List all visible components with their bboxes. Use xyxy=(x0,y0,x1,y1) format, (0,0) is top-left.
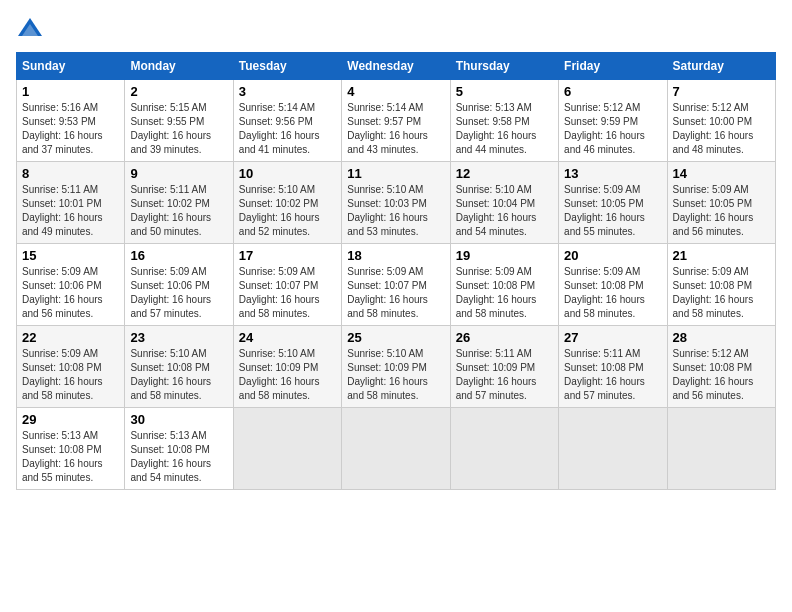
day-number: 7 xyxy=(673,84,770,99)
week-row-3: 15Sunrise: 5:09 AMSunset: 10:06 PMDaylig… xyxy=(17,244,776,326)
day-number: 12 xyxy=(456,166,553,181)
day-number: 3 xyxy=(239,84,336,99)
day-number: 26 xyxy=(456,330,553,345)
calendar-cell xyxy=(559,408,667,490)
calendar-cell: 1Sunrise: 5:16 AMSunset: 9:53 PMDaylight… xyxy=(17,80,125,162)
day-detail: Sunrise: 5:10 AMSunset: 10:09 PMDaylight… xyxy=(239,347,336,403)
day-number: 19 xyxy=(456,248,553,263)
calendar-cell: 17Sunrise: 5:09 AMSunset: 10:07 PMDaylig… xyxy=(233,244,341,326)
day-detail: Sunrise: 5:13 AMSunset: 10:08 PMDaylight… xyxy=(130,429,227,485)
day-detail: Sunrise: 5:12 AMSunset: 10:08 PMDaylight… xyxy=(673,347,770,403)
calendar-cell: 11Sunrise: 5:10 AMSunset: 10:03 PMDaylig… xyxy=(342,162,450,244)
day-number: 18 xyxy=(347,248,444,263)
day-detail: Sunrise: 5:10 AMSunset: 10:09 PMDaylight… xyxy=(347,347,444,403)
day-detail: Sunrise: 5:11 AMSunset: 10:08 PMDaylight… xyxy=(564,347,661,403)
calendar-cell: 10Sunrise: 5:10 AMSunset: 10:02 PMDaylig… xyxy=(233,162,341,244)
column-header-saturday: Saturday xyxy=(667,53,775,80)
calendar-cell: 22Sunrise: 5:09 AMSunset: 10:08 PMDaylig… xyxy=(17,326,125,408)
day-detail: Sunrise: 5:09 AMSunset: 10:06 PMDaylight… xyxy=(22,265,119,321)
day-number: 11 xyxy=(347,166,444,181)
day-number: 23 xyxy=(130,330,227,345)
day-number: 27 xyxy=(564,330,661,345)
calendar-cell: 28Sunrise: 5:12 AMSunset: 10:08 PMDaylig… xyxy=(667,326,775,408)
calendar-cell: 6Sunrise: 5:12 AMSunset: 9:59 PMDaylight… xyxy=(559,80,667,162)
day-detail: Sunrise: 5:11 AMSunset: 10:02 PMDaylight… xyxy=(130,183,227,239)
day-detail: Sunrise: 5:13 AMSunset: 9:58 PMDaylight:… xyxy=(456,101,553,157)
calendar-cell: 20Sunrise: 5:09 AMSunset: 10:08 PMDaylig… xyxy=(559,244,667,326)
day-detail: Sunrise: 5:14 AMSunset: 9:56 PMDaylight:… xyxy=(239,101,336,157)
day-number: 5 xyxy=(456,84,553,99)
calendar-cell: 15Sunrise: 5:09 AMSunset: 10:06 PMDaylig… xyxy=(17,244,125,326)
day-detail: Sunrise: 5:13 AMSunset: 10:08 PMDaylight… xyxy=(22,429,119,485)
day-number: 9 xyxy=(130,166,227,181)
day-detail: Sunrise: 5:16 AMSunset: 9:53 PMDaylight:… xyxy=(22,101,119,157)
day-detail: Sunrise: 5:09 AMSunset: 10:08 PMDaylight… xyxy=(673,265,770,321)
column-header-thursday: Thursday xyxy=(450,53,558,80)
day-number: 8 xyxy=(22,166,119,181)
calendar-cell: 23Sunrise: 5:10 AMSunset: 10:08 PMDaylig… xyxy=(125,326,233,408)
day-detail: Sunrise: 5:15 AMSunset: 9:55 PMDaylight:… xyxy=(130,101,227,157)
calendar-cell: 2Sunrise: 5:15 AMSunset: 9:55 PMDaylight… xyxy=(125,80,233,162)
calendar-cell xyxy=(342,408,450,490)
day-number: 4 xyxy=(347,84,444,99)
day-detail: Sunrise: 5:10 AMSunset: 10:03 PMDaylight… xyxy=(347,183,444,239)
calendar-cell: 21Sunrise: 5:09 AMSunset: 10:08 PMDaylig… xyxy=(667,244,775,326)
day-number: 17 xyxy=(239,248,336,263)
day-number: 15 xyxy=(22,248,119,263)
day-number: 22 xyxy=(22,330,119,345)
calendar-cell: 25Sunrise: 5:10 AMSunset: 10:09 PMDaylig… xyxy=(342,326,450,408)
calendar-cell xyxy=(450,408,558,490)
day-number: 14 xyxy=(673,166,770,181)
week-row-4: 22Sunrise: 5:09 AMSunset: 10:08 PMDaylig… xyxy=(17,326,776,408)
day-detail: Sunrise: 5:14 AMSunset: 9:57 PMDaylight:… xyxy=(347,101,444,157)
week-row-1: 1Sunrise: 5:16 AMSunset: 9:53 PMDaylight… xyxy=(17,80,776,162)
day-detail: Sunrise: 5:11 AMSunset: 10:09 PMDaylight… xyxy=(456,347,553,403)
column-header-tuesday: Tuesday xyxy=(233,53,341,80)
day-detail: Sunrise: 5:12 AMSunset: 9:59 PMDaylight:… xyxy=(564,101,661,157)
day-detail: Sunrise: 5:09 AMSunset: 10:07 PMDaylight… xyxy=(239,265,336,321)
day-detail: Sunrise: 5:09 AMSunset: 10:08 PMDaylight… xyxy=(456,265,553,321)
day-number: 24 xyxy=(239,330,336,345)
day-detail: Sunrise: 5:09 AMSunset: 10:05 PMDaylight… xyxy=(673,183,770,239)
column-header-friday: Friday xyxy=(559,53,667,80)
page-header xyxy=(16,16,776,44)
column-header-monday: Monday xyxy=(125,53,233,80)
day-detail: Sunrise: 5:10 AMSunset: 10:04 PMDaylight… xyxy=(456,183,553,239)
day-detail: Sunrise: 5:09 AMSunset: 10:08 PMDaylight… xyxy=(22,347,119,403)
day-number: 10 xyxy=(239,166,336,181)
day-number: 16 xyxy=(130,248,227,263)
week-row-5: 29Sunrise: 5:13 AMSunset: 10:08 PMDaylig… xyxy=(17,408,776,490)
calendar-cell: 29Sunrise: 5:13 AMSunset: 10:08 PMDaylig… xyxy=(17,408,125,490)
calendar-cell: 19Sunrise: 5:09 AMSunset: 10:08 PMDaylig… xyxy=(450,244,558,326)
day-detail: Sunrise: 5:09 AMSunset: 10:08 PMDaylight… xyxy=(564,265,661,321)
day-detail: Sunrise: 5:12 AMSunset: 10:00 PMDaylight… xyxy=(673,101,770,157)
calendar-cell: 26Sunrise: 5:11 AMSunset: 10:09 PMDaylig… xyxy=(450,326,558,408)
calendar-cell: 12Sunrise: 5:10 AMSunset: 10:04 PMDaylig… xyxy=(450,162,558,244)
logo-icon xyxy=(16,16,44,44)
day-number: 13 xyxy=(564,166,661,181)
calendar-cell: 5Sunrise: 5:13 AMSunset: 9:58 PMDaylight… xyxy=(450,80,558,162)
day-number: 30 xyxy=(130,412,227,427)
calendar-cell xyxy=(667,408,775,490)
calendar-cell: 13Sunrise: 5:09 AMSunset: 10:05 PMDaylig… xyxy=(559,162,667,244)
day-number: 29 xyxy=(22,412,119,427)
day-detail: Sunrise: 5:10 AMSunset: 10:08 PMDaylight… xyxy=(130,347,227,403)
column-header-wednesday: Wednesday xyxy=(342,53,450,80)
week-row-2: 8Sunrise: 5:11 AMSunset: 10:01 PMDayligh… xyxy=(17,162,776,244)
calendar-cell: 27Sunrise: 5:11 AMSunset: 10:08 PMDaylig… xyxy=(559,326,667,408)
calendar-cell: 9Sunrise: 5:11 AMSunset: 10:02 PMDayligh… xyxy=(125,162,233,244)
day-number: 25 xyxy=(347,330,444,345)
calendar-cell: 4Sunrise: 5:14 AMSunset: 9:57 PMDaylight… xyxy=(342,80,450,162)
logo xyxy=(16,16,48,44)
day-number: 28 xyxy=(673,330,770,345)
day-number: 1 xyxy=(22,84,119,99)
calendar-cell: 24Sunrise: 5:10 AMSunset: 10:09 PMDaylig… xyxy=(233,326,341,408)
calendar-cell: 18Sunrise: 5:09 AMSunset: 10:07 PMDaylig… xyxy=(342,244,450,326)
calendar-cell: 30Sunrise: 5:13 AMSunset: 10:08 PMDaylig… xyxy=(125,408,233,490)
day-number: 21 xyxy=(673,248,770,263)
calendar-cell: 8Sunrise: 5:11 AMSunset: 10:01 PMDayligh… xyxy=(17,162,125,244)
calendar-cell xyxy=(233,408,341,490)
header-row: SundayMondayTuesdayWednesdayThursdayFrid… xyxy=(17,53,776,80)
calendar-table: SundayMondayTuesdayWednesdayThursdayFrid… xyxy=(16,52,776,490)
day-number: 6 xyxy=(564,84,661,99)
